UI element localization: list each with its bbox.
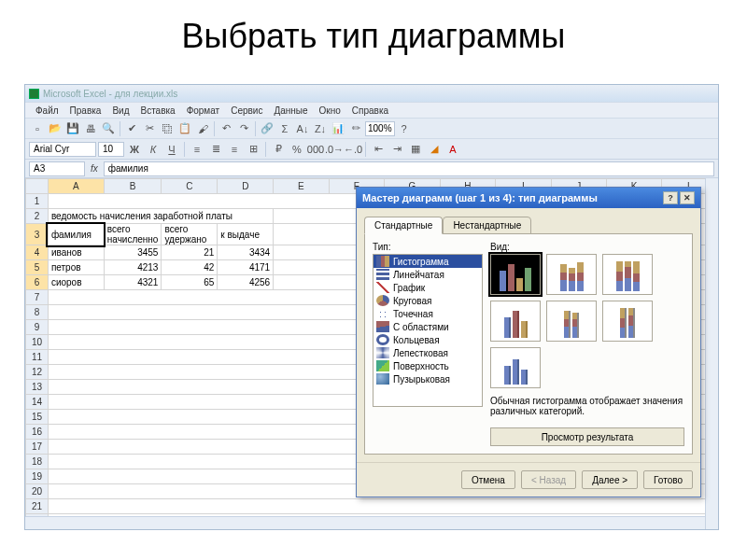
sort-asc-icon[interactable]: A↓	[294, 120, 311, 137]
cell[interactable]: 21	[162, 245, 218, 260]
type-item-doughnut[interactable]: Кольцевая	[374, 333, 482, 346]
save-icon[interactable]: 💾	[64, 120, 81, 137]
type-item-pie[interactable]: Круговая	[374, 294, 482, 307]
scrollbar-vertical[interactable]	[705, 178, 718, 529]
close-icon[interactable]: ✕	[680, 191, 695, 204]
format-painter-icon[interactable]: 🖌	[194, 120, 211, 137]
row-header[interactable]: 12	[26, 365, 49, 380]
open-icon[interactable]: 📂	[47, 120, 63, 137]
row-header[interactable]: 14	[26, 395, 49, 410]
menu-insert[interactable]: Вставка	[135, 105, 179, 117]
cancel-button[interactable]: Отмена	[461, 470, 515, 489]
cell[interactable]: ведомость начисления заработной платы	[48, 209, 273, 224]
print-icon[interactable]: 🖶	[82, 120, 99, 137]
cell[interactable]: всего начисленно	[104, 224, 162, 245]
col-header-d[interactable]: D	[218, 179, 274, 194]
type-item-radar[interactable]: Лепестковая	[374, 346, 482, 359]
cell[interactable]: 65	[162, 275, 218, 290]
redo-icon[interactable]: ↷	[235, 120, 252, 137]
subtype-3d-stacked-column[interactable]	[546, 301, 597, 342]
type-item-column[interactable]: Гистограмма	[374, 255, 482, 268]
borders-icon[interactable]: ▦	[407, 141, 424, 158]
row-header[interactable]: 11	[26, 350, 49, 365]
chart-wizard-icon[interactable]: 📊	[330, 120, 346, 137]
row-header[interactable]: 8	[26, 305, 49, 320]
row-header[interactable]: 10	[26, 335, 49, 350]
formula-input[interactable]: фамилия	[104, 161, 714, 176]
comma-icon[interactable]: 000	[307, 141, 324, 158]
col-header-a[interactable]: A	[48, 179, 104, 194]
menu-tools[interactable]: Сервис	[226, 105, 267, 117]
merge-icon[interactable]: ⊞	[245, 141, 261, 158]
italic-icon[interactable]: К	[145, 141, 162, 158]
spellcheck-icon[interactable]: ✔	[123, 120, 140, 137]
cell[interactable]: петров	[48, 260, 104, 275]
row-header[interactable]: 15	[26, 410, 49, 425]
row-header[interactable]: 4	[26, 245, 49, 260]
subtype-3d-clustered-column[interactable]	[490, 301, 541, 342]
sort-desc-icon[interactable]: Z↓	[312, 120, 329, 137]
type-item-area[interactable]: С областями	[374, 320, 482, 333]
cell[interactable]: 3434	[218, 245, 274, 260]
cell[interactable]: иванов	[48, 245, 104, 260]
menu-format[interactable]: Формат	[182, 105, 225, 117]
finish-button[interactable]: Готово	[643, 470, 693, 489]
currency-icon[interactable]: ₽	[270, 141, 287, 158]
select-all-corner[interactable]	[26, 179, 49, 194]
cell[interactable]: всего удержано	[162, 224, 218, 245]
preview-button[interactable]: Просмотр результата	[490, 427, 684, 446]
name-box[interactable]: A3	[29, 161, 85, 176]
menu-file[interactable]: Файл	[31, 105, 63, 117]
new-doc-icon[interactable]: ▫	[29, 120, 46, 137]
row-header[interactable]: 1	[26, 194, 49, 209]
cell[interactable]: 4321	[104, 275, 162, 290]
menu-window[interactable]: Окно	[315, 105, 345, 117]
cell[interactable]: 4171	[218, 260, 274, 275]
row-header[interactable]: 6	[26, 275, 49, 290]
align-right-icon[interactable]: ≡	[226, 141, 243, 158]
fx-icon[interactable]: fx	[91, 163, 98, 174]
subtype-clustered-column[interactable]	[490, 254, 541, 295]
row-header[interactable]: 3	[26, 224, 49, 245]
cell[interactable]: 4213	[104, 260, 162, 275]
row-header[interactable]: 16	[26, 425, 49, 440]
font-color-icon[interactable]: A	[444, 141, 461, 158]
print-preview-icon[interactable]: 🔍	[100, 120, 117, 137]
dialog-titlebar[interactable]: Мастер диаграмм (шаг 1 из 4): тип диагра…	[357, 188, 700, 208]
type-item-line[interactable]: График	[374, 281, 482, 294]
col-header-b[interactable]: B	[104, 179, 162, 194]
next-button[interactable]: Далее >	[582, 470, 638, 489]
row-header[interactable]: 20	[26, 484, 49, 499]
paste-icon[interactable]: 📋	[176, 120, 193, 137]
type-item-bar[interactable]: Линейчатая	[374, 268, 482, 281]
row-header[interactable]: 18	[26, 455, 49, 469]
row-header[interactable]: 2	[26, 209, 49, 224]
cut-icon[interactable]: ✂	[141, 120, 158, 137]
cell[interactable]: к выдаче	[218, 224, 274, 245]
row-header[interactable]: 7	[26, 290, 49, 305]
row-header[interactable]: 13	[26, 380, 49, 395]
scrollbar-horizontal[interactable]	[25, 516, 705, 529]
undo-icon[interactable]: ↶	[218, 120, 234, 137]
font-size-combo[interactable]: 10	[98, 142, 124, 157]
help-icon[interactable]: ?	[396, 120, 413, 137]
inc-decimal-icon[interactable]: .0→	[326, 141, 343, 158]
font-name-combo[interactable]: Arial Cyr	[29, 142, 96, 157]
tab-custom[interactable]: Нестандартные	[443, 217, 531, 234]
copy-icon[interactable]: ⿻	[159, 120, 176, 137]
fill-color-icon[interactable]: ◢	[426, 141, 443, 158]
zoom-combo[interactable]: 100%	[365, 121, 395, 136]
help-icon[interactable]: ?	[663, 191, 678, 204]
cell[interactable]: 4256	[218, 275, 274, 290]
col-header-c[interactable]: C	[162, 179, 218, 194]
subtype-100-stacked-column[interactable]	[602, 254, 653, 295]
row-header[interactable]: 17	[26, 440, 49, 455]
menu-edit[interactable]: Правка	[65, 105, 106, 117]
cell[interactable]: сиоров	[48, 275, 104, 290]
cell[interactable]: фамилия	[48, 224, 104, 245]
align-center-icon[interactable]: ≣	[207, 141, 224, 158]
autosum-icon[interactable]: Σ	[276, 120, 293, 137]
subtype-stacked-column[interactable]	[546, 254, 597, 295]
tab-standard[interactable]: Стандартные	[364, 217, 443, 234]
menu-help[interactable]: Справка	[347, 105, 393, 117]
